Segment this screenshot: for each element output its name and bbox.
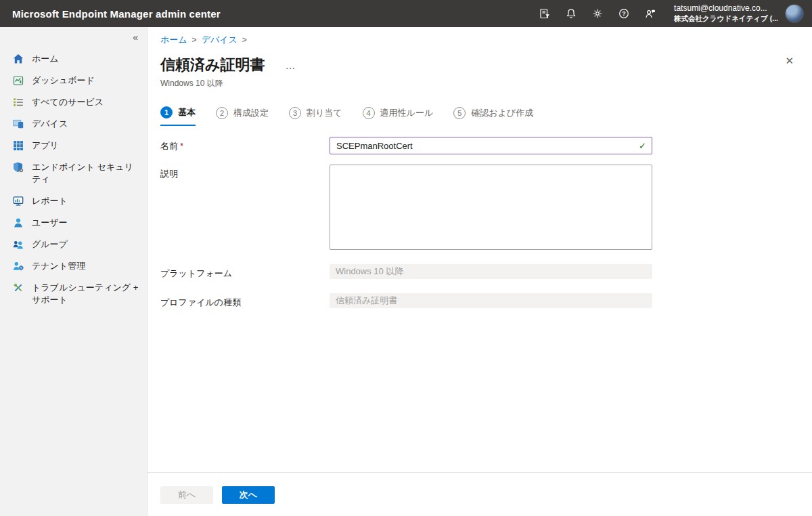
sidebar-item-users[interactable]: ユーザー <box>0 212 147 234</box>
profile-type-value: 信頼済み証明書 <box>330 293 652 308</box>
step-number: 1 <box>160 106 173 119</box>
account-menu[interactable]: tatsumi@cloudnative.co... 株式会社クラウドネイティブ … <box>674 3 778 23</box>
sidebar-collapse-icon[interactable]: « <box>130 30 141 44</box>
settings-icon[interactable] <box>584 0 610 27</box>
platform-field-label: プラットフォーム <box>160 264 330 280</box>
wizard-step-review-create[interactable]: 5 確認および作成 <box>453 106 533 126</box>
previous-button[interactable]: 前へ <box>160 486 213 504</box>
sidebar: « ホーム ダッシュボード <box>0 27 148 516</box>
topbar-actions: ? tatsumi@cloudnative.co... 株式会社クラウドネイティ… <box>531 0 808 27</box>
step-label: 基本 <box>178 106 196 119</box>
apps-icon <box>12 139 24 152</box>
step-number: 4 <box>363 107 375 119</box>
sidebar-item-label: グループ <box>32 238 68 251</box>
user-email: tatsumi@cloudnative.co... <box>674 3 778 14</box>
breadcrumb-separator: > <box>242 35 247 45</box>
platform-value: Windows 10 以降 <box>330 264 652 279</box>
description-field-label: 説明 <box>160 165 330 180</box>
step-number: 3 <box>289 107 301 119</box>
sidebar-item-label: テナント管理 <box>32 260 85 272</box>
sidebar-item-label: トラブルシューティング + サポート <box>32 282 140 306</box>
sidebar-item-dashboard[interactable]: ダッシュボード <box>0 70 147 91</box>
breadcrumb-devices[interactable]: デバイス <box>202 34 238 46</box>
all-services-icon <box>12 96 24 108</box>
user-org: 株式会社クラウドネイティブ (... <box>674 14 778 24</box>
step-label: 適用性ルール <box>380 107 434 119</box>
sidebar-item-reports[interactable]: レポート <box>0 190 147 212</box>
profile-type-field-label: プロファイルの種類 <box>160 293 330 309</box>
sidebar-item-label: ユーザー <box>32 217 68 229</box>
step-label: 割り当て <box>307 107 342 119</box>
tenant-admin-icon <box>12 260 24 272</box>
close-icon[interactable]: ✕ <box>785 56 794 66</box>
wizard-steps: 1 基本 2 構成設定 3 割り当て 4 適用性ルール 5 確認および作成 <box>160 106 798 126</box>
sidebar-item-label: レポート <box>32 195 68 207</box>
devices-icon <box>12 118 24 130</box>
wizard-step-basics[interactable]: 1 基本 <box>160 106 196 126</box>
sidebar-item-all-services[interactable]: すべてのサービス <box>0 91 147 113</box>
name-field-label: 名前* <box>160 137 330 152</box>
endpoint-security-icon <box>12 161 24 173</box>
breadcrumb-separator: > <box>192 35 197 45</box>
svg-text:?: ? <box>622 10 626 17</box>
sidebar-item-devices[interactable]: デバイス <box>0 113 147 135</box>
page-title: 信頼済み証明書 <box>160 55 265 75</box>
home-icon <box>12 53 24 65</box>
app-title: Microsoft Endpoint Manager admin center <box>12 8 221 20</box>
reports-icon <box>12 195 24 207</box>
step-label: 確認および作成 <box>471 107 533 119</box>
sidebar-item-endpoint-security[interactable]: エンドポイント セキュリティ <box>0 156 147 190</box>
sidebar-item-apps[interactable]: アプリ <box>0 135 147 156</box>
sidebar-item-home[interactable]: ホーム <box>0 48 147 70</box>
sidebar-item-label: ダッシュボード <box>32 74 95 87</box>
notifications-icon[interactable] <box>558 0 584 27</box>
sidebar-item-tenant-admin[interactable]: テナント管理 <box>0 255 147 277</box>
sidebar-item-label: エンドポイント セキュリティ <box>32 161 140 186</box>
sidebar-item-label: アプリ <box>32 139 59 152</box>
users-icon <box>12 217 24 229</box>
avatar[interactable] <box>785 4 804 23</box>
feedback-icon[interactable] <box>637 0 663 27</box>
basics-form: 名前* ✓ 説明 プラットフォーム <box>160 137 798 309</box>
sidebar-item-groups[interactable]: グループ <box>0 234 147 255</box>
groups-icon <box>12 238 24 251</box>
wizard-step-assignments[interactable]: 3 割り当て <box>289 106 342 126</box>
page-subtitle: Windows 10 以降 <box>160 78 798 89</box>
sidebar-item-label: デバイス <box>32 118 68 130</box>
sidebar-item-label: ホーム <box>32 53 59 65</box>
wizard-step-applicability-rules[interactable]: 4 適用性ルール <box>363 106 434 126</box>
more-options-icon[interactable]: … <box>286 60 296 71</box>
next-button[interactable]: 次へ <box>222 486 275 504</box>
description-input[interactable] <box>330 165 652 250</box>
step-label: 構成設定 <box>233 107 269 119</box>
troubleshooting-icon <box>12 282 24 294</box>
wizard-footer: 前へ 次へ <box>148 472 812 516</box>
step-number: 5 <box>453 107 466 119</box>
sidebar-item-troubleshooting[interactable]: トラブルシューティング + サポート <box>0 277 147 311</box>
breadcrumb: ホーム > デバイス > <box>160 34 798 46</box>
main-content: ✕ ホーム > デバイス > 信頼済み証明書 … Windows 10 以降 1… <box>148 27 812 516</box>
wizard-step-configuration[interactable]: 2 構成設定 <box>216 106 269 126</box>
breadcrumb-home[interactable]: ホーム <box>160 34 187 46</box>
help-icon[interactable]: ? <box>610 0 637 27</box>
directory-filter-icon[interactable] <box>531 0 558 27</box>
required-mark: * <box>180 141 183 151</box>
dashboard-icon <box>12 74 24 87</box>
name-input[interactable] <box>330 137 652 154</box>
step-number: 2 <box>216 107 228 119</box>
sidebar-item-label: すべてのサービス <box>32 96 104 108</box>
topbar: Microsoft Endpoint Manager admin center <box>0 0 812 27</box>
